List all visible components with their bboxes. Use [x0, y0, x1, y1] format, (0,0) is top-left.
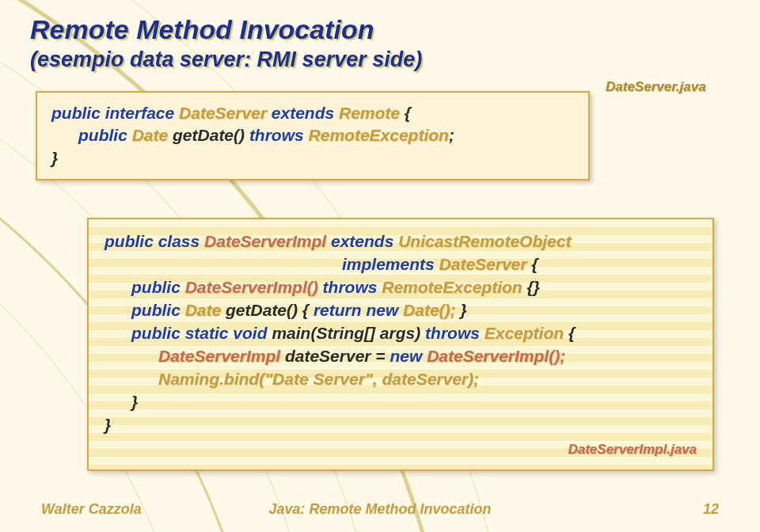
code-text: DateServerImpl: [158, 347, 285, 365]
code-text: public class: [104, 232, 204, 250]
code-text: Naming.bind("Date Server", dateServer);: [158, 370, 479, 388]
code-text: }: [460, 301, 466, 319]
code-text: DateServer: [179, 104, 272, 122]
code-text: {}: [526, 278, 539, 296]
code-text: ;: [449, 126, 454, 144]
slide-title: Remote Method Invocation: [30, 14, 374, 45]
code-text: }: [104, 391, 697, 414]
code-text: new: [390, 347, 427, 365]
code-text: RemoteException: [382, 278, 526, 296]
code-text: return new: [314, 301, 403, 319]
footer-title: Java: Remote Method Invocation: [268, 501, 491, 518]
code-text: throws: [323, 278, 382, 296]
code-text: RemoteException: [309, 126, 449, 144]
footer: Walter Cazzola Java: Remote Method Invoc…: [0, 501, 760, 518]
code-text: Date: [132, 126, 173, 144]
code-text: extends: [331, 232, 398, 250]
code-text: public: [78, 126, 132, 144]
code-text: Date();: [403, 301, 460, 319]
code-box-2: public class DateServerImpl extends Unic…: [87, 218, 714, 471]
code-text: getDate(): [173, 126, 249, 144]
code-text: public: [131, 278, 185, 296]
footer-author: Walter Cazzola: [41, 501, 142, 518]
code-text: UnicastRemoteObject: [398, 232, 571, 250]
code-text: throws: [249, 126, 309, 144]
code-text: dateServer =: [285, 347, 390, 365]
code-text: Remote: [339, 104, 405, 122]
code-text: getDate() {: [226, 301, 314, 319]
code-text: throws: [425, 324, 484, 342]
code-text: public interface: [51, 104, 179, 122]
code-text: implements: [342, 255, 439, 273]
code-text: Exception: [484, 324, 568, 342]
slide-subtitle: (esempio data server: RMI server side): [30, 48, 422, 72]
code-box-1: public interface DateServer extends Remo…: [36, 91, 590, 180]
code-text: public static void: [131, 324, 272, 342]
code-text: {: [531, 255, 538, 273]
code-text: extends: [272, 104, 339, 122]
code-text: DateServerImpl(): [185, 278, 323, 296]
file-label-1: DateServer.java: [606, 79, 706, 95]
code-text: public: [131, 301, 185, 319]
code-text: {: [568, 324, 575, 342]
code-text: Date: [185, 301, 226, 319]
code-text: {: [405, 104, 411, 122]
code-text: DateServerImpl();: [427, 347, 565, 365]
footer-page: 12: [703, 501, 719, 518]
code-text: DateServerImpl: [204, 232, 331, 250]
code-text: main(String[] args): [272, 324, 425, 342]
file-label-2: DateServerImpl.java: [104, 440, 697, 458]
code-text: }: [51, 147, 574, 169]
code-text: DateServer: [439, 255, 532, 273]
code-text: }: [104, 414, 697, 437]
